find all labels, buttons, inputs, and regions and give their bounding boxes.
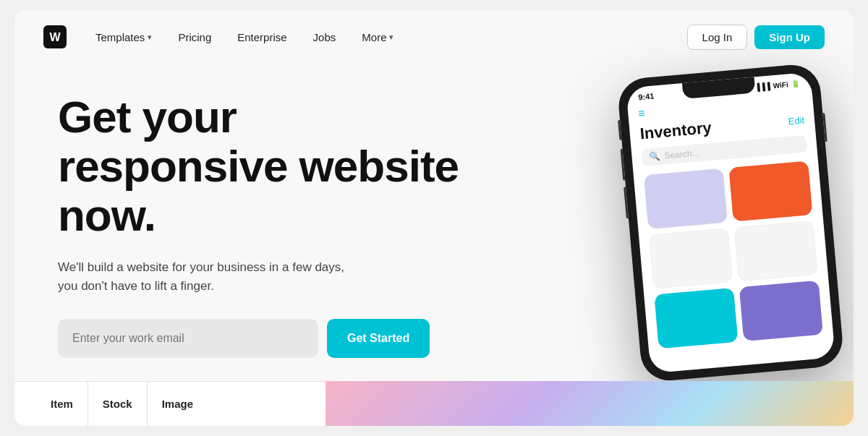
hero-subtitle: We'll build a website for your business …: [58, 258, 362, 296]
grid-item-white2: [734, 221, 818, 281]
svg-text:W: W: [49, 31, 61, 43]
phone-power-button: [822, 113, 827, 142]
phone-volume-up-button: [621, 149, 626, 181]
get-started-button[interactable]: Get Started: [327, 319, 430, 358]
logo-icon: W: [43, 25, 67, 48]
nav-more[interactable]: More ▾: [352, 25, 404, 49]
nav-templates[interactable]: Templates ▾: [85, 25, 162, 49]
table-col-image: Image: [148, 382, 208, 426]
grid-item-purple: [739, 281, 823, 341]
hero-left: Get your responsive website now. We'll b…: [58, 85, 472, 358]
bottom-strip: Item Stock Image: [14, 381, 854, 426]
nav-links: Templates ▾ Pricing Enterprise Jobs More…: [85, 25, 404, 49]
navbar: W Templates ▾ Pricing Enterprise Jobs Mo…: [14, 10, 854, 64]
search-icon: 🔍: [649, 151, 660, 162]
hero-section: Get your responsive website now. We'll b…: [14, 64, 854, 389]
grid-item-orange: [728, 161, 812, 221]
signup-button[interactable]: Sign Up: [754, 25, 825, 49]
signal-icon: ▐▐▐: [754, 82, 770, 91]
grid-item-white: [649, 228, 733, 288]
nav-enterprise[interactable]: Enterprise: [227, 25, 297, 49]
wifi-icon: WiFi: [773, 80, 788, 90]
table-preview: Item Stock Image: [14, 381, 326, 426]
phone-time: 9:41: [638, 92, 655, 102]
phone-volume-down-button: [624, 187, 629, 218]
phone-mockup: 9:41 ▐▐▐ WiFi 🔋 ≡ Inventory Edit: [616, 63, 845, 383]
bottom-gradient: [326, 381, 854, 426]
nav-jobs[interactable]: Jobs: [303, 25, 346, 49]
chevron-down-icon: ▾: [148, 33, 152, 42]
phone-edit-button[interactable]: Edit: [788, 114, 805, 127]
table-col-item: Item: [36, 382, 88, 426]
chevron-down-icon-more: ▾: [389, 33, 393, 42]
main-container: W Templates ▾ Pricing Enterprise Jobs Mo…: [14, 10, 854, 426]
email-input[interactable]: [58, 319, 318, 358]
nav-left: W Templates ▾ Pricing Enterprise Jobs Mo…: [43, 25, 404, 49]
phone-screen: 9:41 ▐▐▐ WiFi 🔋 ≡ Inventory Edit: [626, 72, 835, 374]
table-col-stock: Stock: [88, 382, 148, 426]
hero-right: 9:41 ▐▐▐ WiFi 🔋 ≡ Inventory Edit: [472, 85, 810, 389]
nav-pricing[interactable]: Pricing: [168, 25, 221, 49]
hero-title: Get your responsive website now.: [58, 93, 472, 241]
phone-mute-button: [618, 120, 621, 140]
login-button[interactable]: Log In: [687, 25, 748, 50]
phone-content: ≡ Inventory Edit 🔍 Search...: [627, 88, 833, 350]
nav-actions: Log In Sign Up: [687, 25, 825, 50]
phone-search-placeholder: Search...: [664, 148, 699, 161]
battery-icon: 🔋: [791, 79, 800, 87]
phone-inventory-title: Inventory: [639, 119, 712, 144]
hero-form: Get Started: [58, 319, 472, 358]
phone-grid: [644, 161, 823, 349]
grid-item-lavender: [644, 168, 728, 229]
grid-item-cyan: [654, 288, 738, 349]
